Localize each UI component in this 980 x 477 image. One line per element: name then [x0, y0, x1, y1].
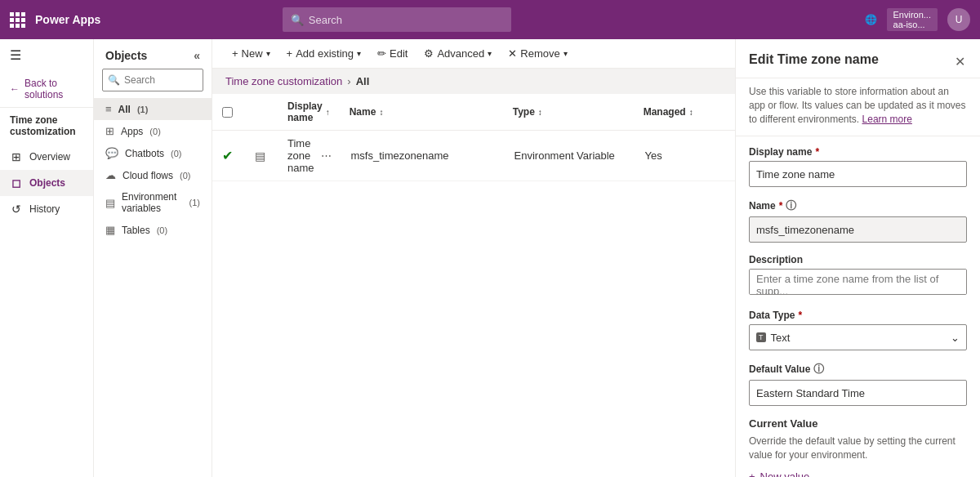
- waffle-icon[interactable]: [10, 12, 25, 28]
- back-to-solutions-link[interactable]: ← Back to solutions: [0, 71, 93, 108]
- objects-panel: Objects « 🔍 ≡ All (1) ⊞ Apps (0): [94, 39, 212, 477]
- solution-label: Time zone customization: [0, 108, 93, 144]
- all-icon: ≡: [105, 103, 112, 115]
- remove-button[interactable]: ✕ Remove ▾: [501, 44, 573, 63]
- main-layout: ☰ ← Back to solutions Time zone customiz…: [0, 39, 980, 477]
- right-panel-description: Use this variable to store information a…: [736, 78, 980, 136]
- cloud-flows-icon: ☁: [105, 169, 116, 181]
- objects-nav-tables[interactable]: ▦ Tables (0): [94, 219, 212, 241]
- status-check-icon: ✔: [222, 148, 233, 163]
- default-value-input[interactable]: [749, 380, 967, 406]
- left-sidebar: ☰ ← Back to solutions Time zone customiz…: [0, 39, 94, 477]
- select-all-checkbox[interactable]: [222, 107, 233, 118]
- add-existing-button[interactable]: + Add existing ▾: [280, 44, 368, 63]
- advanced-chevron-icon: ▾: [488, 49, 492, 58]
- advanced-button[interactable]: ⚙ Advanced ▾: [417, 44, 498, 63]
- sidebar-item-history[interactable]: ↺ History: [0, 196, 93, 222]
- sidebar-item-objects[interactable]: ◻ Objects: [0, 170, 93, 196]
- description-input[interactable]: [749, 269, 967, 295]
- right-panel: Edit Time zone name ✕ Use this variable …: [735, 39, 980, 477]
- field-group-default-value: Default Value ⓘ: [749, 362, 967, 406]
- name-label: Name * ⓘ: [749, 198, 967, 213]
- field-group-description: Description: [749, 254, 967, 298]
- display-name-input[interactable]: [749, 161, 967, 187]
- advanced-icon: ⚙: [424, 47, 434, 60]
- cell-managed: Yes: [635, 131, 733, 181]
- cell-row-icon: ▤: [245, 131, 278, 181]
- environment-badge[interactable]: Environ... aa-iso...: [887, 8, 938, 31]
- description-label: Description: [749, 254, 967, 265]
- search-icon: 🔍: [291, 14, 304, 26]
- right-panel-title: Edit Time zone name: [749, 52, 879, 67]
- remove-icon: ✕: [508, 47, 517, 60]
- cell-type: Environment Variable: [505, 131, 635, 181]
- sidebar-item-overview[interactable]: ⊞ Overview: [0, 144, 93, 170]
- data-type-label: Data Type *: [749, 310, 967, 321]
- add-value-button[interactable]: + New value: [749, 470, 809, 477]
- global-search-bar[interactable]: 🔍: [283, 7, 511, 32]
- objects-nav-env-variables[interactable]: ▤ Environment variables (1): [94, 186, 212, 219]
- column-select[interactable]: [212, 94, 245, 130]
- right-panel-header: Edit Time zone name ✕: [736, 39, 980, 78]
- data-type-required: *: [798, 310, 802, 321]
- row-context-menu-icon[interactable]: ⋯: [321, 149, 332, 162]
- default-value-info-icon[interactable]: ⓘ: [813, 362, 824, 377]
- select-chevron-icon: ⌄: [951, 332, 960, 344]
- data-type-select[interactable]: T Text ⌄: [749, 324, 967, 350]
- text-type-icon: T: [756, 332, 766, 342]
- content-area: Objects « 🔍 ≡ All (1) ⊞ Apps (0): [94, 39, 735, 477]
- env-variables-icon: ▤: [105, 197, 115, 209]
- objects-nav-apps[interactable]: ⊞ Apps (0): [94, 120, 212, 142]
- chatbots-icon: 💬: [105, 147, 118, 159]
- objects-icon: ◻: [10, 176, 23, 189]
- column-type[interactable]: Type ↕: [503, 94, 634, 130]
- name-info-icon[interactable]: ⓘ: [786, 198, 796, 213]
- objects-title: Objects: [105, 49, 147, 62]
- overview-icon: ⊞: [10, 150, 23, 163]
- edit-icon: ✏: [377, 47, 386, 60]
- history-icon: ↺: [10, 203, 23, 216]
- objects-search[interactable]: 🔍: [102, 69, 203, 91]
- breadcrumb-parent-link[interactable]: Time zone customization: [225, 75, 342, 87]
- add-existing-chevron-icon: ▾: [357, 49, 361, 58]
- column-last-modified[interactable]: Last M...: [732, 94, 735, 130]
- objects-nav-all[interactable]: ≡ All (1): [94, 98, 212, 120]
- new-button[interactable]: + New ▾: [225, 44, 277, 63]
- hamburger-button[interactable]: ☰: [0, 39, 93, 71]
- environment-icon: 🌐: [865, 14, 877, 25]
- objects-nav-chatbots[interactable]: 💬 Chatbots (0): [94, 142, 212, 164]
- cell-status: ✔: [212, 131, 245, 181]
- add-icon: +: [287, 47, 293, 60]
- sort-asc-icon: ↑: [326, 108, 330, 117]
- default-value-label: Default Value ⓘ: [749, 362, 967, 377]
- column-name[interactable]: Name ↕: [340, 94, 503, 130]
- learn-more-link[interactable]: Learn more: [862, 114, 912, 125]
- close-button[interactable]: ✕: [953, 52, 967, 71]
- right-panel-body: Display name * Name * ⓘ Description: [736, 136, 980, 477]
- tables-icon: ▦: [105, 224, 115, 236]
- edit-button[interactable]: ✏ Edit: [371, 44, 414, 63]
- column-display-name[interactable]: Display name ↑: [278, 94, 340, 130]
- user-avatar[interactable]: U: [947, 8, 970, 31]
- data-table: Display name ↑ Name ↕ Type ↕ Managed: [212, 94, 735, 477]
- cell-name: msfs_timezonename: [341, 131, 505, 181]
- column-managed[interactable]: Managed ↕: [634, 94, 732, 130]
- name-required: *: [779, 200, 783, 212]
- breadcrumb-current: All: [356, 75, 370, 87]
- current-value-title: Current Value: [749, 417, 967, 430]
- remove-chevron-icon: ▾: [564, 49, 568, 58]
- cell-display-name: Time zone name ⋯: [278, 131, 341, 181]
- global-search-input[interactable]: [309, 14, 503, 26]
- app-name: Power Apps: [35, 13, 100, 26]
- apps-icon: ⊞: [105, 125, 114, 137]
- name-input[interactable]: [749, 216, 967, 243]
- main-content: + New ▾ + Add existing ▾ ✏ Edit ⚙: [212, 39, 735, 477]
- collapse-icon[interactable]: «: [194, 49, 200, 62]
- nav-right: 🌐 Environ... aa-iso... U: [865, 8, 970, 31]
- objects-nav-cloud-flows[interactable]: ☁ Cloud flows (0): [94, 164, 212, 186]
- table-row[interactable]: ✔ ▤ Time zone name ⋯ msfs_timezonename: [212, 131, 735, 181]
- left-nav-items: ⊞ Overview ◻ Objects ↺ History: [0, 144, 93, 222]
- display-name-label: Display name *: [749, 146, 967, 158]
- top-navigation: Power Apps 🔍 🌐 Environ... aa-iso... U: [0, 0, 980, 39]
- add-value-plus-icon: +: [749, 470, 755, 477]
